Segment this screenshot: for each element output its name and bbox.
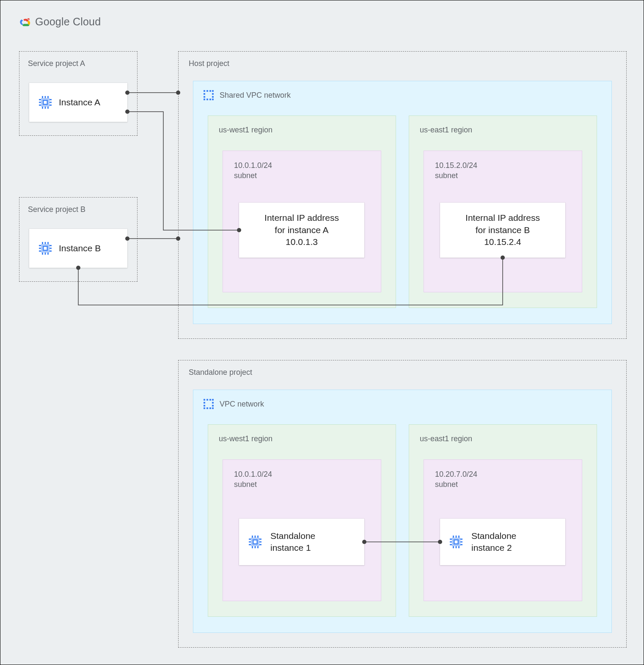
- ip-b-text: Internal IP address for instance B 10.15…: [465, 212, 540, 248]
- standalone-subnet-east-label: 10.20.7.0/24 subnet: [435, 469, 477, 490]
- instance-a-card: Instance A: [29, 83, 127, 122]
- service-project-a-title: Service project A: [28, 59, 85, 68]
- standalone-vpc-title-row: VPC network: [203, 398, 264, 410]
- host-project-title: Host project: [189, 59, 229, 68]
- google-cloud-logo: Google Cloud: [19, 16, 101, 28]
- host-subnet-west-label: 10.0.1.0/24 subnet: [234, 160, 272, 181]
- standalone-region-east-title: us-east1 region: [420, 434, 472, 443]
- vpc-icon: [203, 398, 215, 410]
- cloud-logo-icon: [19, 16, 31, 28]
- ip-a-text: Internal IP address for instance A 10.0.…: [264, 212, 339, 248]
- cpu-icon: [449, 534, 464, 550]
- diagram-canvas: Google Cloud Service project A Instance …: [0, 0, 644, 665]
- shared-vpc-title-row: Shared VPC network: [203, 89, 291, 101]
- standalone-project-title: Standalone project: [189, 368, 252, 377]
- ip-card-a: Internal IP address for instance A 10.0.…: [239, 203, 364, 258]
- service-project-b-title: Service project B: [28, 205, 85, 214]
- standalone-instance-1-card: Standalone instance 1: [239, 519, 364, 565]
- cpu-icon: [248, 534, 263, 550]
- host-region-west-title: us-west1 region: [219, 126, 272, 135]
- host-region-east-title: us-east1 region: [420, 126, 472, 135]
- standalone-instance-1-label: Standalone instance 1: [270, 530, 315, 554]
- cpu-icon: [38, 241, 53, 256]
- cpu-icon: [38, 95, 53, 110]
- brand-name-2: Cloud: [70, 16, 101, 27]
- instance-a-label: Instance A: [59, 96, 100, 108]
- brand-name-1: Google: [35, 16, 70, 27]
- standalone-region-west-title: us-west1 region: [219, 434, 272, 443]
- vpc-icon: [203, 89, 215, 101]
- standalone-instance-2-label: Standalone instance 2: [471, 530, 516, 554]
- instance-b-card: Instance B: [29, 229, 127, 268]
- host-subnet-east-label: 10.15.2.0/24 subnet: [435, 160, 477, 181]
- brand-text: Google Cloud: [35, 16, 101, 28]
- instance-b-label: Instance B: [59, 242, 101, 254]
- standalone-instance-2-card: Standalone instance 2: [440, 519, 565, 565]
- shared-vpc-name: Shared VPC network: [220, 91, 291, 100]
- ip-card-b: Internal IP address for instance B 10.15…: [440, 203, 565, 258]
- standalone-subnet-west-label: 10.0.1.0/24 subnet: [234, 469, 272, 490]
- standalone-vpc-name: VPC network: [220, 400, 264, 409]
